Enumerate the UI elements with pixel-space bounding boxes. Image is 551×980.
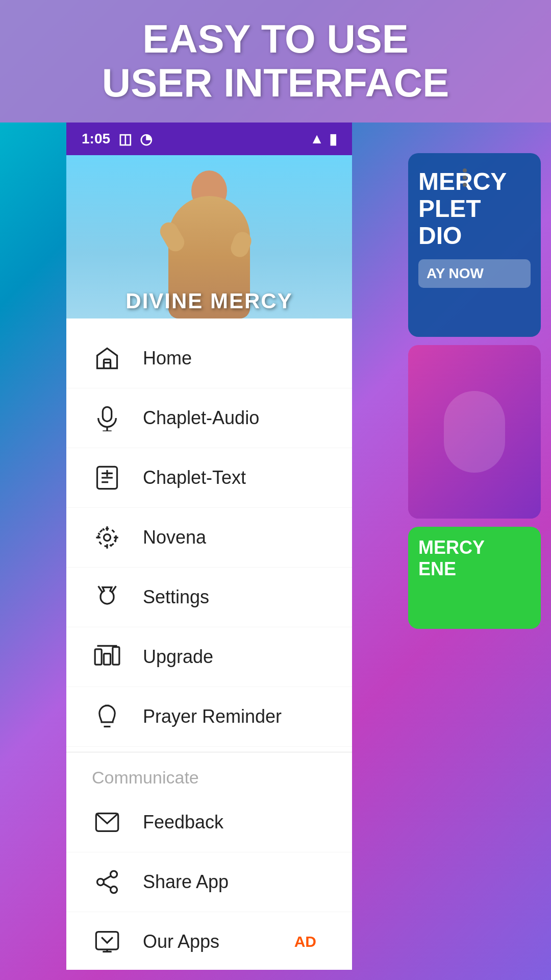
svg-rect-13 xyxy=(95,649,102,665)
svg-point-20 xyxy=(111,871,117,877)
menu-item-home[interactable]: Home xyxy=(66,329,352,388)
phone-frame: 1:05 ◫ ◔ ▲ ▮ DIVINE MERCY Home xyxy=(66,122,352,970)
dot-3 xyxy=(463,183,467,187)
feedback-icon xyxy=(92,807,122,838)
share-app-label: Share App xyxy=(143,871,229,893)
svg-rect-15 xyxy=(113,647,119,665)
home-icon xyxy=(92,343,122,374)
play-button[interactable]: AY NOW xyxy=(418,259,531,288)
dot-1 xyxy=(463,168,467,173)
dot-2 xyxy=(463,176,467,180)
svg-point-9 xyxy=(104,534,111,541)
svg-rect-14 xyxy=(104,654,111,665)
card-mercy[interactable]: MERCYPLETDIO AY NOW xyxy=(408,153,541,337)
time-display: 1:05 xyxy=(82,131,110,147)
svg-point-10 xyxy=(98,529,116,547)
notification-icon: ◔ xyxy=(140,131,152,148)
right-overlay: MERCYPLETDIO AY NOW MERCYENE xyxy=(408,153,541,629)
chaplet-text-icon xyxy=(92,462,122,493)
hero-area: DIVINE MERCY xyxy=(66,155,352,318)
novena-icon xyxy=(92,522,122,553)
home-label: Home xyxy=(143,348,192,369)
menu-item-novena[interactable]: Novena xyxy=(66,508,352,568)
feedback-row: Feedback xyxy=(92,807,327,838)
top-banner: EASY TO USE USER INTERFACE xyxy=(0,0,551,122)
three-dots-menu[interactable] xyxy=(458,163,472,192)
settings-icon xyxy=(92,582,122,612)
status-bar: 1:05 ◫ ◔ ▲ ▮ xyxy=(66,122,352,155)
card-pink[interactable] xyxy=(408,345,541,519)
menu-item-prayer-reminder[interactable]: Prayer Reminder xyxy=(66,687,352,747)
upgrade-icon xyxy=(92,642,122,672)
menu-item-upgrade[interactable]: Upgrade xyxy=(66,627,352,687)
feedback-left: Feedback xyxy=(92,807,223,838)
status-left: 1:05 ◫ ◔ xyxy=(82,131,152,148)
menu-item-chaplet-audio[interactable]: Chaplet-Audio xyxy=(66,388,352,448)
svg-point-22 xyxy=(111,887,117,893)
menu-item-our-apps[interactable]: Our Apps AD xyxy=(66,912,352,970)
upgrade-label: Upgrade xyxy=(143,646,213,668)
card-green[interactable]: MERCYENE xyxy=(408,527,541,629)
sim-icon: ◫ xyxy=(118,131,132,148)
chaplet-audio-label: Chaplet-Audio xyxy=(143,407,259,429)
share-icon xyxy=(92,867,122,897)
prayer-reminder-label: Prayer Reminder xyxy=(143,706,282,727)
ad-badge: AD xyxy=(294,933,316,950)
svg-line-24 xyxy=(104,876,111,880)
share-row: Share App xyxy=(92,867,327,897)
our-apps-label: Our Apps xyxy=(143,931,219,952)
chaplet-text-label: Chaplet-Text xyxy=(143,467,246,488)
menu-item-share-app[interactable]: Share App xyxy=(66,852,352,912)
communicate-header: Communicate xyxy=(66,752,352,793)
card-mercy-text: MERCYPLETDIO xyxy=(418,168,531,249)
share-left: Share App xyxy=(92,867,229,897)
menu-item-settings[interactable]: Settings xyxy=(66,568,352,627)
svg-line-23 xyxy=(104,884,111,888)
chaplet-audio-icon xyxy=(92,403,122,433)
status-right: ▲ ▮ xyxy=(310,131,337,148)
battery-icon: ▮ xyxy=(329,131,337,148)
menu-item-chaplet-text[interactable]: Chaplet-Text xyxy=(66,448,352,508)
feedback-label: Feedback xyxy=(143,812,223,833)
drawer-menu: Home Chaplet-Audio Chaplet-Text Novena xyxy=(66,318,352,970)
svg-point-21 xyxy=(97,879,104,886)
our-apps-icon xyxy=(92,926,122,957)
svg-rect-25 xyxy=(96,932,118,950)
signal-icon: ▲ xyxy=(310,131,324,147)
settings-label: Settings xyxy=(143,586,209,608)
top-banner-text: EASY TO USE USER INTERFACE xyxy=(102,17,449,105)
novena-label: Novena xyxy=(143,527,206,548)
svg-rect-0 xyxy=(104,359,111,368)
menu-item-feedback[interactable]: Feedback xyxy=(66,793,352,852)
our-apps-left: Our Apps xyxy=(92,926,219,957)
prayer-reminder-icon xyxy=(92,701,122,732)
hero-title: DIVINE MERCY xyxy=(66,289,352,313)
our-apps-row: Our Apps AD xyxy=(92,926,327,957)
